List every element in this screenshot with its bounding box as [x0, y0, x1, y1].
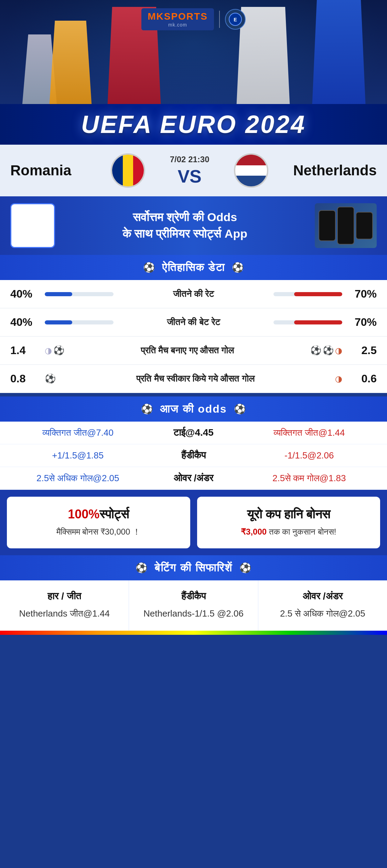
team-right: Netherlands — [293, 162, 377, 179]
hero-logo: MKSPORTS mk.com E — [141, 8, 246, 30]
odds-right-2: -1/1.5@2.06 — [238, 450, 380, 461]
reco-type-2: हैंडीकैप — [134, 591, 252, 602]
team-left: Romania — [10, 162, 86, 179]
app-promo-section: सर्वोत्तम श्रेणी की Odds के साथ प्रीमियर… — [0, 196, 387, 255]
app-promo-text: सर्वोत्तम श्रेणी की Odds के साथ प्रीमियर… — [62, 209, 308, 242]
odds-header: ⚽ आज की odds ⚽ — [0, 396, 387, 422]
avg-conceded-left: 0.8 — [10, 372, 45, 385]
odds-value-left-1: व्यक्तिगत जीत@7.40 — [42, 427, 114, 438]
soccer-icon-left: ⚽ — [143, 262, 155, 273]
win-rate-left: 40% — [10, 288, 45, 300]
phone-1 — [319, 210, 336, 241]
brand-url: mk.com — [168, 22, 187, 28]
data-row-avg-conceded: 0.8 ⚽ प्रति मैच स्वीकार किये गये औसत गोल… — [0, 365, 387, 393]
reco-type-1: हार / जीत — [5, 591, 123, 602]
avg-goals-right: 2.5 — [342, 344, 377, 357]
odds-center-2: हैंडीकैप — [149, 450, 238, 461]
ball-icon-2: ⚽ — [323, 345, 334, 356]
hero-section: MKSPORTS mk.com E UEFA EURO 2024 — [0, 0, 387, 145]
bet-rate-bar-fill-left — [45, 320, 72, 324]
reco-icon-left: ⚽ — [136, 562, 148, 574]
phone-3 — [356, 212, 373, 239]
reco-header: ⚽ बेटिंग की सिफारिशें ⚽ — [0, 555, 387, 580]
bonus-desc-1: मैक्सिमम बोनस ₹30,000 ！ — [14, 526, 183, 538]
win-rate-bar-right — [273, 292, 342, 296]
euro-title: UEFA EURO 2024 — [0, 110, 387, 138]
odds-value-right-3: 2.5से कम गोल@1.83 — [272, 473, 346, 483]
bottom-color-bar — [0, 631, 387, 635]
brand-title: MKSPORTS — [148, 11, 208, 22]
bet-rate-label: जीतने की बेट रेट — [114, 317, 273, 328]
club-logo: E — [225, 9, 246, 30]
bet-rate-right: 70% — [342, 316, 377, 329]
historical-title: ऐतिहासिक डेटा — [162, 261, 225, 274]
ball-conceded-icon: ⚽ — [45, 373, 56, 384]
bonus-title-2: यूरो कप हानि बोनस — [204, 507, 374, 521]
historical-data-section: 40% जीतने की रेट 70% 40% जीतने की बेट रे… — [0, 280, 387, 393]
bonus-section: 100%स्पोर्ट्स मैक्सिमम बोनस ₹30,000 ！ यू… — [0, 490, 387, 555]
app-screenshots — [315, 203, 377, 248]
odds-icon-left: ⚽ — [141, 403, 153, 415]
odds-section: व्यक्तिगत जीत@7.40 टाई@4.45 व्यक्तिगत जी… — [0, 422, 387, 490]
brand-logo: MKSPORTS mk.com — [141, 8, 214, 30]
ball-icon-1: ⚽ — [310, 345, 321, 356]
bet-rate-bar-left — [45, 320, 114, 324]
odds-icon-right: ⚽ — [234, 403, 246, 415]
odds-left-2: +1/1.5@1.85 — [7, 450, 149, 461]
avg-goals-left: 1.4 — [10, 344, 45, 357]
data-row-win-rate: 40% जीतने की रेट 70% — [0, 280, 387, 308]
avg-conceded-right: 0.6 — [342, 372, 377, 385]
bonus-card-1: 100%स्पोर्ट्स मैक्सिमम बोनस ₹30,000 ！ — [7, 497, 190, 548]
odds-center-1: टाई@4.45 — [149, 427, 238, 438]
odds-wrapper: ⚽ आज की odds ⚽ व्यक्तिगत जीत@7.40 टाई@4.… — [0, 396, 387, 490]
odds-value-left-2: +1/1.5@1.85 — [52, 450, 104, 461]
avg-conceded-label: प्रति मैच स्वीकार किये गये औसत गोल — [59, 373, 332, 384]
avg-goals-label: प्रति मैच बनाए गए औसत गोल — [68, 345, 307, 356]
historical-header: ⚽ ऐतिहासिक डेटा ⚽ — [0, 255, 387, 280]
romania-flag — [111, 153, 145, 188]
reco-type-3: ओवर /अंडर — [264, 591, 382, 602]
reco-icon-right: ⚽ — [239, 562, 251, 574]
phone-2 — [337, 207, 354, 245]
data-row-bet-rate: 40% जीतने की बेट रेट 70% — [0, 308, 387, 337]
vs-text: VS — [178, 166, 201, 187]
match-section: Romania 7/02 21:30 VS Netherlands — [0, 145, 387, 196]
odds-right-1: व्यक्तिगत जीत@1.44 — [238, 427, 380, 438]
reco-card-2: हैंडीकैप Netherlands-1/1.5 @2.06 — [129, 580, 258, 631]
odds-value-right-2: -1/1.5@2.06 — [284, 450, 334, 461]
reco-card-3: ओवर /अंडर 2.5 से अधिक गोल@2.05 — [258, 580, 387, 631]
reco-title: बेटिंग की सिफारिशें — [154, 561, 233, 574]
odds-row-3: 2.5से अधिक गोल@2.05 ओवर /अंडर 2.5से कम ग… — [0, 467, 387, 490]
app-promo-title: सर्वोत्तम श्रेणी की Odds के साथ प्रीमियर… — [62, 209, 308, 242]
vs-section: 7/02 21:30 VS — [170, 155, 209, 187]
win-rate-right: 70% — [342, 288, 377, 300]
logo-divider — [219, 11, 220, 28]
odds-title: आज की odds — [160, 403, 227, 415]
ball-partial-right: ◑ — [335, 346, 342, 355]
win-rate-bar-fill-left — [45, 292, 72, 296]
recommendations-section: ⚽ बेटिंग की सिफारिशें ⚽ हार / जीत Nether… — [0, 555, 387, 631]
reco-card-1: हार / जीत Netherlands जीत@1.44 — [0, 580, 129, 631]
bet-rate-left: 40% — [10, 316, 45, 329]
odds-row-2: +1/1.5@1.85 हैंडीकैप -1/1.5@2.06 — [0, 444, 387, 467]
odds-value-left-3: 2.5से अधिक गोल@2.05 — [36, 473, 119, 483]
odds-left-3: 2.5से अधिक गोल@2.05 — [7, 473, 149, 484]
ball-conceded-right: ◑ — [335, 374, 342, 383]
win-rate-bar-left — [45, 292, 114, 296]
odds-value-right-1: व्यक्तिगत जीत@1.44 — [273, 427, 345, 438]
win-rate-label: जीतने की रेट — [114, 289, 273, 299]
svg-text:E: E — [234, 17, 237, 22]
bonus-card-2: यूरो कप हानि बोनस ₹3,000 तक का नुकसान बो… — [197, 497, 380, 548]
soccer-icon-right: ⚽ — [232, 262, 244, 273]
odds-left-1: व्यक्तिगत जीत@7.40 — [7, 427, 149, 438]
win-rate-bar-fill-right — [294, 292, 342, 296]
bet-rate-bar-fill-right — [294, 320, 342, 324]
bonus-desc-2: ₹3,000 तक का नुकसान बोनस! — [204, 526, 374, 538]
ball-partial-icon: ◑ — [45, 346, 52, 355]
app-promo-qr — [10, 203, 55, 248]
netherlands-flag — [234, 153, 268, 188]
reco-value-3: 2.5 से अधिक गोल@2.05 — [264, 607, 382, 620]
match-datetime: 7/02 21:30 — [170, 155, 209, 164]
data-row-avg-goals: 1.4 ◑ ⚽ प्रति मैच बनाए गए औसत गोल ⚽ ⚽ ◑ … — [0, 337, 387, 365]
odds-center-3: ओवर /अंडर — [149, 473, 238, 484]
